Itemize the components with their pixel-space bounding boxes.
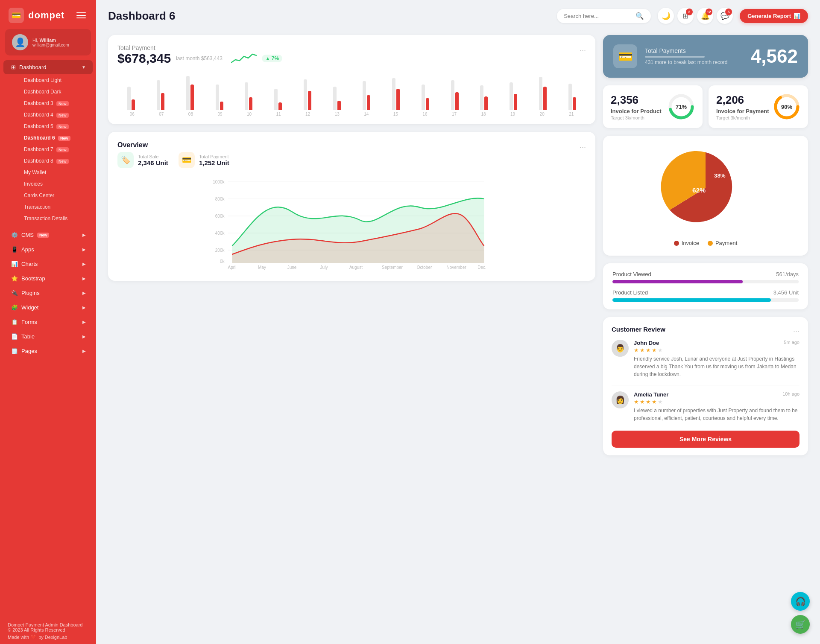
charts-icon: 📊	[11, 261, 18, 267]
review-text-2: I viewed a number of properties with Jus…	[634, 407, 800, 422]
review-text-1: Friendly service Josh, Lunar and everyon…	[634, 355, 800, 378]
invoice-payment-donut: 90%	[773, 93, 800, 120]
apps-btn[interactable]: ⊞ 2	[677, 8, 694, 24]
sidebar-logo: 💳 dompet	[0, 0, 96, 29]
bar-group	[264, 89, 292, 110]
bar-group	[353, 81, 380, 110]
sidebar-item-dashboard[interactable]: ⊞ Dashboard ▼	[3, 60, 93, 74]
header-icons: 🌙 ⊞ 2 🔔 12 💬 5	[658, 8, 733, 24]
review-item: 👩 Amelia Tuner 10h ago ★ ★ ★ ★	[612, 391, 800, 422]
sidebar-item-dashboard-light[interactable]: Dashboard Light	[19, 75, 93, 86]
svg-text:April: April	[228, 265, 236, 270]
total-sale-value: 2,346 Unit	[138, 159, 168, 166]
total-payment-title: Total Payment	[117, 44, 282, 51]
search-input[interactable]	[564, 13, 632, 19]
sidebar-item-plugins[interactable]: 🔌 Plugins ▶	[3, 286, 93, 300]
bar-label: 19	[498, 112, 527, 117]
sidebar-item-transaction-details[interactable]: Transaction Details	[19, 213, 93, 224]
app-name: dompet	[28, 10, 64, 21]
product-listed-value: 3,456 Unit	[773, 289, 799, 296]
bar-gray	[451, 80, 454, 110]
notifications-btn[interactable]: 🔔 12	[697, 8, 713, 24]
bar-group	[323, 87, 351, 110]
sidebar-item-cms[interactable]: ⚙️ CMS New ▶	[3, 228, 93, 242]
bar-red	[220, 102, 223, 110]
sidebar-item-transaction[interactable]: Transaction	[19, 201, 93, 213]
review-stars-1: ★ ★ ★ ★ ★	[634, 347, 800, 353]
bar-gray	[274, 89, 278, 110]
bar-red	[396, 89, 400, 110]
total-payment-amount: $678,345 last month $563,443 ▲ 7%	[117, 51, 282, 66]
sidebar-item-widget[interactable]: 🧩 Widget ▶	[3, 300, 93, 315]
total-sale-label: Total Sale	[138, 154, 168, 159]
overview-title: Overview	[117, 141, 148, 149]
logo-icon: 💳	[9, 8, 24, 23]
svg-text:June: June	[287, 265, 297, 270]
bar-gray	[157, 80, 160, 110]
total-payment-card: Total Payment $678,345 last month $563,4…	[108, 35, 595, 124]
sidebar-item-dashboard-4[interactable]: Dashboard 4 New	[19, 109, 93, 120]
left-column: Total Payment $678,345 last month $563,4…	[108, 35, 595, 455]
support-fab[interactable]: 🎧	[791, 592, 810, 611]
divider	[7, 226, 89, 226]
sidebar-item-apps[interactable]: 📱 Apps ▶	[3, 242, 93, 256]
sidebar-item-table[interactable]: 📄 Table ▶	[3, 329, 93, 344]
invoice-product-pct: 71%	[676, 104, 687, 110]
bar-label: 17	[439, 112, 469, 117]
bar-label: 21	[556, 112, 586, 117]
apps-icon: 📱	[11, 246, 18, 253]
bar-red	[543, 87, 547, 110]
bar-chart-container: 06070809101112131415161718192021	[117, 68, 586, 117]
sidebar-item-dashboard-6[interactable]: Dashboard 6 New	[19, 132, 93, 143]
sidebar-item-dashboard-dark[interactable]: Dashboard Dark	[19, 86, 93, 97]
cart-fab[interactable]: 🛒	[791, 615, 810, 634]
total-payment-menu[interactable]: ...	[580, 44, 586, 53]
sidebar-item-dashboard-8[interactable]: Dashboard 8 New	[19, 155, 93, 166]
sidebar-item-dashboard-3[interactable]: Dashboard 3 New	[19, 98, 93, 109]
review-menu[interactable]: ...	[793, 325, 800, 334]
see-more-reviews-button[interactable]: See More Reviews	[612, 431, 800, 448]
dashboard-submenu: Dashboard Light Dashboard Dark Dashboard…	[0, 75, 96, 224]
sidebar-item-bootstrap[interactable]: ⭐ Bootstrap ▶	[3, 271, 93, 286]
invoice-product-target: Target 3k/month	[611, 115, 661, 120]
theme-toggle-btn[interactable]: 🌙	[658, 8, 674, 24]
page-title: Dashboard 6	[108, 9, 550, 23]
total-sale-icon: 🏷️	[117, 152, 134, 168]
sidebar-item-pages[interactable]: 🗒️ Pages ▶	[3, 344, 93, 358]
sidebar-item-forms[interactable]: 📋 Forms ▶	[3, 315, 93, 329]
review-divider	[612, 385, 800, 385]
overview-menu[interactable]: ...	[580, 141, 586, 150]
bar-group	[235, 82, 263, 110]
user-name: William	[40, 38, 56, 43]
chevron-right-icon: ▶	[82, 320, 86, 324]
last-month-label: last month $563,443	[176, 55, 223, 61]
bar-label: 09	[205, 112, 235, 117]
bar-gray	[510, 82, 513, 110]
cms-icon: ⚙️	[11, 232, 18, 238]
bootstrap-icon: ⭐	[11, 275, 18, 282]
sidebar-item-my-wallet[interactable]: My Wallet	[19, 167, 93, 178]
bar-red	[455, 92, 459, 110]
hamburger-icon[interactable]	[75, 11, 88, 20]
sidebar-item-charts[interactable]: 📊 Charts ▶	[3, 257, 93, 271]
bar-red	[484, 96, 488, 110]
bar-group	[500, 82, 527, 110]
dashboard-icon: ⊞	[11, 64, 16, 70]
content-area: Total Payment $678,345 last month $563,4…	[96, 28, 820, 644]
sidebar-item-cards-center[interactable]: Cards Center	[19, 190, 93, 201]
bar-gray	[186, 76, 190, 110]
sidebar-item-invoices[interactable]: Invoices	[19, 178, 93, 189]
messages-btn[interactable]: 💬 5	[717, 8, 733, 24]
bar-gray	[304, 79, 307, 110]
header: Dashboard 6 🔍 🌙 ⊞ 2 🔔 12 💬 5 Generate Re	[96, 0, 820, 28]
pie-chart-card: 62% 38% Invoice Payment	[603, 136, 808, 256]
sidebar: 💳 dompet 👤 Hi, William william@gmail.com…	[0, 0, 96, 644]
svg-text:May: May	[258, 265, 266, 270]
sidebar-item-dashboard-7[interactable]: Dashboard 7 New	[19, 144, 93, 155]
sidebar-item-dashboard-5[interactable]: Dashboard 5 New	[19, 121, 93, 132]
total-payment-overview-icon: 💳	[179, 152, 195, 168]
bar-gray	[392, 78, 395, 110]
chevron-right-icon: ▶	[82, 262, 86, 266]
bar-red	[308, 91, 311, 110]
generate-report-button[interactable]: Generate Report 📊	[740, 9, 808, 23]
